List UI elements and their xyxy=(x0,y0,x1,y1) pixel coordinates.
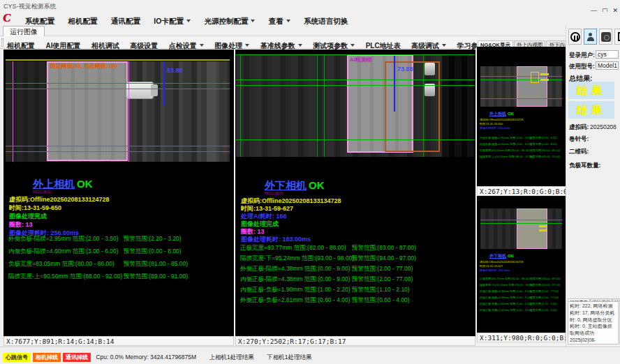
green-guide-line xyxy=(317,54,318,157)
warning-range: 预警范围:(94.00 - 97.00) xyxy=(352,255,416,263)
camera-name: 外下相机 xyxy=(265,179,307,191)
model-field[interactable]: Model1 xyxy=(596,61,619,70)
app-window: CYS-视觉检测系统 — ▢ ✕ C 系统配置 相机配置 通讯配置 IO卡配置 … xyxy=(0,0,620,364)
measure-row: 内侧正极-负极=1.90mm 范围:(1.00 - 2.20) 预警范围:(1.… xyxy=(240,286,474,294)
blue-measure-line xyxy=(394,56,395,112)
green-measure-line xyxy=(236,139,475,140)
measure-row: 外侧负极-隔膜=2.95mm 范围:(2.00 - 3.50) 预警范围:(2.… xyxy=(8,235,232,243)
exit-button[interactable]: › xyxy=(614,29,620,45)
virtual-code-value: 20250208 xyxy=(590,123,617,130)
heartbeat-status-badge: 心跳信号 xyxy=(3,353,31,362)
image-dark-region xyxy=(6,61,46,162)
upper-camera-viewport[interactable]: 53.88 固定阈值:93, 动态阈值:100 外上相机OK MGC:B(1) … xyxy=(3,50,234,336)
thumbnail-tabs: NG&OK显示外上内视图外下内视图 xyxy=(477,37,566,47)
result-badge-upper: 结果 xyxy=(568,82,614,99)
measure-row: 内侧正极-隔膜=4.38mm 范围:(0.00 - 9.00) 预警范围:(2.… xyxy=(240,275,474,284)
app-logo-icon: C xyxy=(3,12,10,24)
green-measure-line xyxy=(6,151,230,152)
mini-green-line xyxy=(480,98,562,99)
lower-camera-thumbnail[interactable]: 外下相机OK 虚拟码:Offline20250208133134728 时间:1… xyxy=(477,196,566,333)
lower-camera-result-text: 下相机1处理结果 xyxy=(267,354,311,361)
upper-camera-thumbnail[interactable]: 外上相机OK 虚拟码:Offline20250208133124728 时间:1… xyxy=(477,47,566,186)
mini-measure-row: 外侧正极-隔膜=4.38mm 范围:(0.00 - 9.00) 预警范围:(2.… xyxy=(480,289,564,293)
mini-measure-row: 内侧负极-隔膜=4.60mm 范围:(3.00 - 6.00) 预警范围:(0.… xyxy=(480,142,564,146)
mini-green-line xyxy=(480,76,562,77)
mini-measure-row: 隔膜宽度-上=90.56mm 范围:(88.00 - 92.00) 预警范围:(… xyxy=(480,155,564,158)
mini-process-time: 图像处理耗时: 183.00ms xyxy=(480,268,510,272)
mini-green-line xyxy=(480,220,562,220)
ai-box-label: AI检测框 xyxy=(350,56,372,63)
toolbar-grip[interactable] xyxy=(1,38,3,47)
measure-row: 外侧正极-隔膜=4.38mm 范围:(0.00 - 9.00) 预警范围:(2.… xyxy=(240,265,474,273)
winding-needle-label: 卷针号: xyxy=(569,135,589,144)
connector-object xyxy=(126,82,154,99)
camera-icon xyxy=(601,32,611,42)
warning-range: 预警范围:(2.00 - 77.00) xyxy=(352,275,413,284)
right-control-panel: › 登录用户: cys 使用型号: Model1 总结果: 结果 结果 虚拟码:… xyxy=(566,25,620,347)
lower-camera-image[interactable]: 73.88 AI检测框 xyxy=(236,54,475,157)
model-label: 使用型号: xyxy=(569,63,595,71)
green-measure-line xyxy=(236,54,475,55)
pixel-coordinate-readout: X:267;Y:13;R:0;G:0;B:0 xyxy=(477,186,566,196)
measure-value: 内侧负极-隔膜=4.60mm 范围:(3.00 - 6.00) xyxy=(8,248,119,255)
measure-row: 外侧正极-负极=2.61mm 范围:(0.60 - 4.00) 预警范围:(0.… xyxy=(240,296,474,305)
virtual-code-label: 虚拟码: xyxy=(569,123,589,132)
warning-range: 预警范围:(1.10 - 2.10) xyxy=(352,286,410,294)
mini-yellow-box xyxy=(531,72,539,83)
mini-measure-row: 外侧负极-隔膜=2.95mm 范围:(2.00 - 3.50) 预警范围:(2.… xyxy=(480,136,564,139)
reflection-spot xyxy=(425,63,435,75)
cpu-memory-text: Cpu: 0.0% Memory: 3424.41796875M xyxy=(96,354,196,361)
yellow-guide-line xyxy=(6,59,230,61)
pause-button[interactable] xyxy=(568,29,582,45)
green-measure-line xyxy=(6,83,230,84)
qr-code-label: 二维码: xyxy=(569,148,589,156)
green-measure-line xyxy=(6,146,230,146)
mini-process-time: 图像处理耗时: 256.00ms xyxy=(480,126,510,130)
measure-value: 负极宽度=83.05mm 范围:(80.00 - 86.00) xyxy=(8,260,115,267)
measure-value: 外侧负极-隔膜=2.95mm 范围:(2.00 - 3.50) xyxy=(8,235,119,242)
window-title: CYS-视觉检测系统 xyxy=(3,2,57,11)
connector-cap xyxy=(151,84,158,96)
image-dark-region xyxy=(442,54,475,157)
blue-measure-value: 53.88 xyxy=(167,67,183,74)
mini-green-line xyxy=(480,79,562,80)
upper-camera-result-text: 上相机1处理结果 xyxy=(209,354,254,361)
user-icon xyxy=(586,33,595,41)
measure-value: 内侧正极-负极=1.90mm 范围:(1.00 - 2.20) xyxy=(240,286,350,293)
measure-row: 内侧负极-隔膜=4.60mm 范围:(3.00 - 6.00) 预警范围:(0.… xyxy=(8,248,232,256)
lower-camera-viewport[interactable]: 73.88 AI检测框 外下相机OK MGC:B(0) 虚拟码:Offline2… xyxy=(235,50,475,336)
title-bar: CYS-视觉检测系统 — ▢ ✕ xyxy=(0,0,620,12)
warning-range: 预警范围:(2.00 - 77.00) xyxy=(352,265,413,273)
magenta-guide-line xyxy=(13,61,13,162)
camera-monitor-button[interactable] xyxy=(599,29,612,45)
mini-measure-row: 隔膜宽度-下=95.24mm 范围:(93.00 - 98.00) 预警范围:(… xyxy=(480,283,564,287)
login-user-field[interactable]: cys xyxy=(596,50,619,59)
green-measure-line xyxy=(236,85,475,86)
measure-row: 负极宽度=83.05mm 范围:(80.00 - 86.00) 预警范围:(81… xyxy=(8,260,232,268)
thumbnail-image xyxy=(480,208,562,249)
mini-yellow-tag xyxy=(540,73,549,75)
measure-value: 正极宽度=83.77mm 范围:(82.00 - 88.00) xyxy=(240,244,346,251)
pixel-coordinate-readout: X:270;Y:2502;R:17;G:17;B:17 xyxy=(235,336,475,346)
magenta-guide-line xyxy=(128,61,129,162)
camera-offline-badge: 相机掉线 xyxy=(33,353,61,362)
warning-range: 预警范围:(0.00 - 8.00) xyxy=(124,248,182,256)
upper-camera-image[interactable]: 53.88 固定阈值:93, 动态阈值:100 xyxy=(6,61,230,162)
mini-measure-row: 内侧正极-负极=1.90mm 范围:(1.00 - 2.20) 预警范围:(1.… xyxy=(480,302,564,305)
image-bright-column xyxy=(207,61,216,162)
pause-icon xyxy=(570,32,580,42)
run-log-text[interactable]: 耗时: 222, 网络检测耗时: 17, 网络分类耗时: 0, 网络提取分区耗时… xyxy=(568,301,619,344)
mini-measure-row: 内侧正极-隔膜=4.38mm 范围:(0.00 - 9.00) 预警范围:(2.… xyxy=(480,296,564,299)
measure-row: 正极宽度=83.77mm 范围:(82.00 - 88.00) 预警范围:(83… xyxy=(240,244,474,252)
tab-row: 运行图像 xyxy=(0,25,566,36)
mini-time: 时间:13-31-59-627 xyxy=(480,264,503,268)
mini-camera-title: 外上相机OK xyxy=(489,111,514,117)
measure-value: 外侧正极-负极=2.61mm 范围:(0.60 - 4.00) xyxy=(240,296,350,303)
mini-camera-title: 外下相机OK xyxy=(489,253,514,259)
mini-yellow-tag xyxy=(540,79,549,81)
user-login-button[interactable] xyxy=(584,29,597,45)
blue-measure-line xyxy=(163,61,165,106)
result-badge-lower: 结果 xyxy=(568,101,614,119)
measure-value: 隔膜宽度-下=95.24mm 范围:(93.00 - 98.00) xyxy=(240,255,354,261)
negative-tab-count-label: 负极耳数量: xyxy=(569,162,600,170)
